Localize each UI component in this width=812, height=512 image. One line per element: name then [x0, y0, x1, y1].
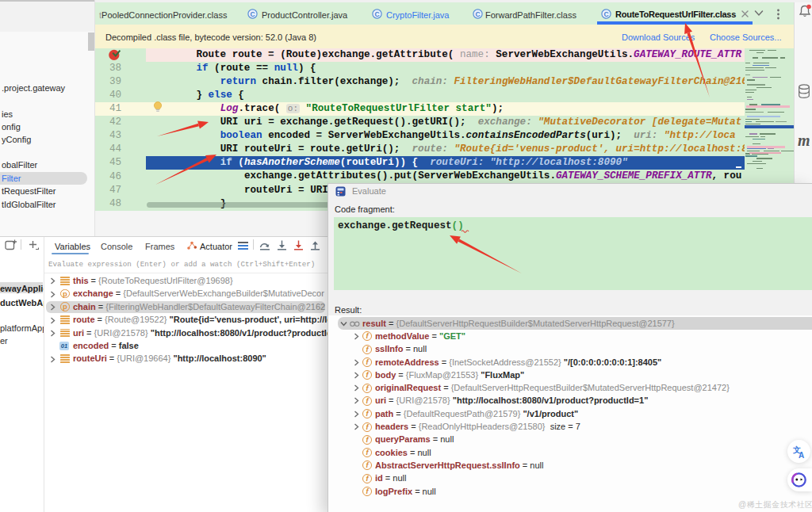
- svg-text:C: C: [250, 10, 255, 18]
- svg-text:C: C: [603, 10, 608, 18]
- svg-text:C: C: [374, 10, 379, 18]
- svg-text:A: A: [799, 451, 804, 459]
- svg-text:C: C: [475, 10, 480, 18]
